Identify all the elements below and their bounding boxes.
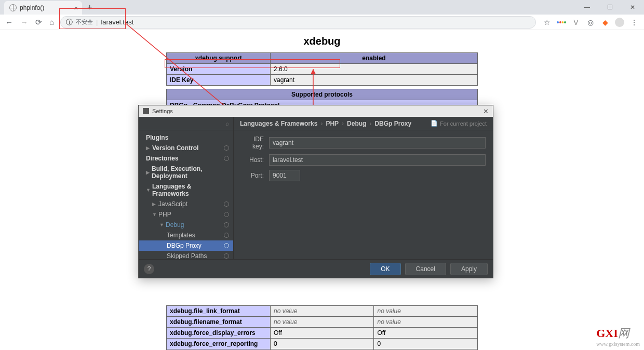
- apply-button[interactable]: Apply: [450, 263, 488, 275]
- tree-javascript[interactable]: ▶JavaScript: [139, 199, 233, 209]
- tree-debug[interactable]: ▼Debug: [139, 220, 233, 230]
- reload-icon[interactable]: ⟳: [35, 18, 42, 27]
- dialog-footer: ? OK Cancel Apply: [139, 259, 493, 278]
- help-button[interactable]: ?: [144, 264, 154, 274]
- circle-icon[interactable]: ◎: [586, 18, 595, 27]
- avatar[interactable]: [615, 18, 624, 27]
- home-icon[interactable]: ⌂: [49, 18, 54, 26]
- settings-icon: [143, 108, 149, 114]
- minimize-icon[interactable]: —: [575, 0, 598, 15]
- info-icon[interactable]: ⓘ: [66, 18, 73, 27]
- cancel-button[interactable]: Cancel: [405, 263, 446, 275]
- table-row: xdebug.force_error_reporting00: [167, 339, 478, 349]
- table-row: xdebug.filename_formatno valueno value: [167, 317, 478, 328]
- dialog-titlebar[interactable]: Settings ✕: [139, 105, 493, 117]
- window-controls: — ☐ ✕: [575, 0, 644, 15]
- new-tab-button[interactable]: +: [82, 3, 97, 12]
- settings-main: Languages & Frameworks› PHP› Debug› DBGp…: [234, 117, 493, 259]
- security-label: 不安全: [76, 18, 93, 26]
- tree-build[interactable]: ▶Build, Execution, Deployment: [139, 164, 233, 181]
- address-bar[interactable]: ⓘ 不安全 | laravel.test: [60, 16, 536, 29]
- directive-table: xdebug.file_link_formatno valueno valuex…: [166, 305, 478, 350]
- url-text: laravel.test: [101, 18, 133, 26]
- dialog-title: Settings: [152, 108, 173, 114]
- ide-key-label: IDE key:: [241, 136, 264, 150]
- table-row: xdebug.force_display_errorsOffOff: [167, 328, 478, 339]
- table-row: xdebug.file_link_formatno valueno value: [167, 306, 478, 317]
- settings-sidebar: ⌕ Plugins ▶Version Control Directories ▶…: [139, 117, 234, 259]
- close-icon[interactable]: ✕: [483, 107, 489, 115]
- back-icon[interactable]: ←: [5, 18, 13, 26]
- section-heading: xdebug: [0, 35, 644, 47]
- ide-key-input[interactable]: [269, 137, 486, 149]
- watermark: GXI网 www.gxlsystem.com: [596, 326, 640, 347]
- tab-title: phpinfo(): [20, 4, 44, 11]
- tree-languages-frameworks[interactable]: ▼Languages & Frameworks: [139, 181, 233, 199]
- search-icon: ⌕: [225, 120, 229, 127]
- browser-tab-bar: phpinfo() × + — ☐ ✕: [0, 0, 644, 15]
- dbgp-form: IDE key: Host: Port:: [234, 130, 493, 191]
- search-input[interactable]: ⌕: [139, 117, 233, 130]
- menu-icon[interactable]: ⋮: [629, 18, 639, 27]
- ok-button[interactable]: OK: [370, 263, 400, 275]
- tree-directories[interactable]: Directories: [139, 153, 233, 164]
- host-input[interactable]: [269, 154, 486, 166]
- settings-tree: Plugins ▶Version Control Directories ▶Bu…: [139, 130, 233, 259]
- forward-icon[interactable]: →: [20, 18, 28, 26]
- tree-php[interactable]: ▼PHP: [139, 209, 233, 220]
- url-bar: ← → ⟳ ⌂ ⓘ 不安全 | laravel.test ☆ V ◎ ◆ ⋮: [0, 15, 644, 30]
- port-label: Port:: [241, 172, 264, 179]
- tree-skipped-paths[interactable]: Skipped Paths: [139, 251, 233, 259]
- tree-templates[interactable]: Templates: [139, 230, 233, 240]
- settings-dialog: Settings ✕ ⌕ Plugins ▶Version Control Di…: [138, 105, 493, 278]
- google-icon[interactable]: [557, 18, 566, 27]
- host-label: Host:: [241, 156, 264, 164]
- project-icon: 📄: [431, 120, 438, 127]
- tree-dbgp-proxy[interactable]: DBGp Proxy: [139, 240, 233, 251]
- globe-icon: [9, 4, 17, 11]
- support-table: xdebug supportenabled Version2.6.0 IDE K…: [166, 52, 478, 86]
- port-input[interactable]: [269, 170, 300, 181]
- vim-icon[interactable]: V: [571, 18, 581, 27]
- close-icon[interactable]: ✕: [621, 0, 644, 15]
- tree-plugins[interactable]: Plugins: [139, 132, 233, 143]
- breadcrumb: Languages & Frameworks› PHP› Debug› DBGp…: [234, 117, 493, 130]
- maximize-icon[interactable]: ☐: [598, 0, 621, 15]
- close-icon[interactable]: ×: [74, 4, 78, 12]
- gitlab-icon[interactable]: ◆: [600, 18, 610, 27]
- browser-tab[interactable]: phpinfo() ×: [4, 1, 82, 15]
- star-icon[interactable]: ☆: [542, 18, 552, 27]
- tree-version-control[interactable]: ▶Version Control: [139, 143, 233, 153]
